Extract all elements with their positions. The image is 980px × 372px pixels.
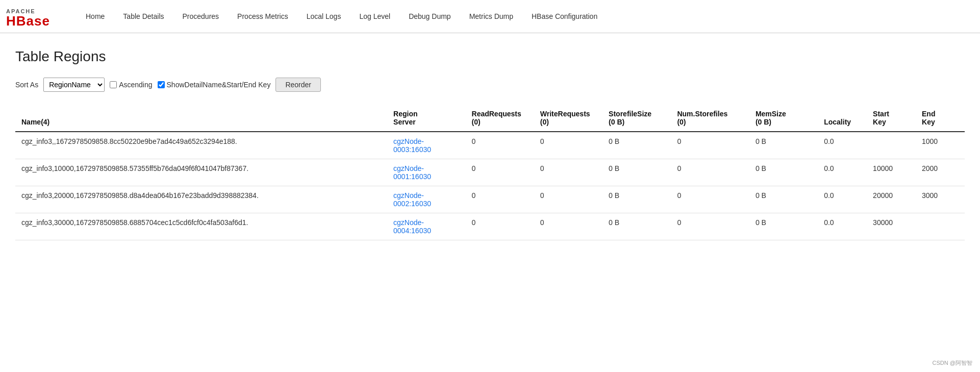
col-header-start-key: StartKey — [867, 105, 916, 132]
cell-read-requests: 0 — [466, 159, 534, 186]
region-server-link[interactable]: cgzNode-0003:16030 — [393, 137, 431, 154]
cell-write-requests: 0 — [534, 132, 602, 159]
cell-storefile-size: 0 B — [602, 159, 671, 186]
cell-end-key — [916, 213, 965, 240]
sort-as-select[interactable]: RegionName StartKey EndKey RegionServer — [43, 78, 105, 92]
svg-text:HBase: HBase — [6, 13, 50, 28]
col-header-end-key: EndKey — [916, 105, 965, 132]
cell-storefile-size: 0 B — [602, 186, 671, 213]
reorder-button[interactable]: Reorder — [275, 78, 321, 92]
region-server-link[interactable]: cgzNode-0001:16030 — [393, 164, 431, 181]
sort-as-label: Sort As — [15, 81, 38, 89]
nav-metrics-dump[interactable]: Metrics Dump — [460, 0, 522, 33]
page-title: Table Regions — [15, 48, 965, 65]
col-header-storefile-size: StorefileSize(0 B) — [602, 105, 671, 132]
region-server-link[interactable]: cgzNode-0004:16030 — [393, 218, 431, 235]
cell-memsize: 0 B — [749, 159, 818, 186]
cell-write-requests: 0 — [534, 159, 602, 186]
col-header-region-server: RegionServer — [387, 105, 465, 132]
col-header-name: Name(4) — [15, 105, 387, 132]
ascending-checkbox[interactable] — [110, 81, 117, 88]
navbar: APACHE HBase Home Table Details Procedur… — [0, 0, 980, 33]
cell-write-requests: 0 — [534, 213, 602, 240]
nav-procedures[interactable]: Procedures — [173, 0, 229, 33]
cell-num-storefiles: 0 — [671, 186, 749, 213]
cell-locality: 0.0 — [818, 186, 867, 213]
cell-memsize: 0 B — [749, 213, 818, 240]
table-row: cgz_info3,30000,1672978509858.6885704cec… — [15, 213, 965, 240]
app-logo[interactable]: APACHE HBase — [5, 5, 61, 28]
table-header-row: Name(4) RegionServer ReadRequests(0) Wri… — [15, 105, 965, 132]
nav-log-level[interactable]: Log Level — [350, 0, 399, 33]
main-content: Table Regions Sort As RegionName StartKe… — [0, 33, 980, 251]
cell-read-requests: 0 — [466, 186, 534, 213]
cell-write-requests: 0 — [534, 186, 602, 213]
cell-memsize: 0 B — [749, 186, 818, 213]
ascending-label: Ascending — [110, 81, 152, 89]
cell-end-key: 1000 — [916, 132, 965, 159]
cell-region-server: cgzNode-0001:16030 — [387, 159, 465, 186]
nav-table-details[interactable]: Table Details — [114, 0, 173, 33]
col-header-read-requests: ReadRequests(0) — [466, 105, 534, 132]
nav-debug-dump[interactable]: Debug Dump — [399, 0, 460, 33]
cell-name: cgz_info3,30000,1672978509858.6885704cec… — [15, 213, 387, 240]
col-header-write-requests: WriteRequests(0) — [534, 105, 602, 132]
table-row: cgz_info3,20000,1672978509858.d8a4dea064… — [15, 186, 965, 213]
cell-num-storefiles: 0 — [671, 213, 749, 240]
cell-memsize: 0 B — [749, 132, 818, 159]
cell-storefile-size: 0 B — [602, 132, 671, 159]
cell-num-storefiles: 0 — [671, 159, 749, 186]
cell-storefile-size: 0 B — [602, 213, 671, 240]
nav-local-logs[interactable]: Local Logs — [297, 0, 350, 33]
cell-end-key: 2000 — [916, 159, 965, 186]
cell-start-key: 10000 — [867, 159, 916, 186]
nav-home[interactable]: Home — [77, 0, 114, 33]
cell-name: cgz_info3,20000,1672978509858.d8a4dea064… — [15, 186, 387, 213]
regions-table: Name(4) RegionServer ReadRequests(0) Wri… — [15, 105, 965, 240]
cell-start-key: 30000 — [867, 213, 916, 240]
cell-region-server: cgzNode-0004:16030 — [387, 213, 465, 240]
show-detail-checkbox[interactable] — [158, 81, 165, 88]
col-header-memsize: MemSize(0 B) — [749, 105, 818, 132]
nav-process-metrics[interactable]: Process Metrics — [228, 0, 297, 33]
cell-locality: 0.0 — [818, 132, 867, 159]
col-header-num-storefiles: Num.Storefiles(0) — [671, 105, 749, 132]
cell-num-storefiles: 0 — [671, 132, 749, 159]
cell-end-key: 3000 — [916, 186, 965, 213]
cell-locality: 0.0 — [818, 159, 867, 186]
cell-locality: 0.0 — [818, 213, 867, 240]
show-detail-label: ShowDetailName&Start/End Key — [158, 81, 271, 89]
cell-name: cgz_info3,,1672978509858.8cc50220e9be7ad… — [15, 132, 387, 159]
cell-name: cgz_info3,10000,1672978509858.57355ff5b7… — [15, 159, 387, 186]
col-header-locality: Locality — [818, 105, 867, 132]
nav-links: Home Table Details Procedures Process Me… — [77, 0, 607, 33]
region-server-link[interactable]: cgzNode-0002:16030 — [393, 191, 431, 208]
cell-start-key — [867, 132, 916, 159]
cell-start-key: 20000 — [867, 186, 916, 213]
cell-read-requests: 0 — [466, 132, 534, 159]
controls-row: Sort As RegionName StartKey EndKey Regio… — [15, 78, 965, 92]
table-row: cgz_info3,,1672978509858.8cc50220e9be7ad… — [15, 132, 965, 159]
cell-region-server: cgzNode-0002:16030 — [387, 186, 465, 213]
cell-region-server: cgzNode-0003:16030 — [387, 132, 465, 159]
cell-read-requests: 0 — [466, 213, 534, 240]
table-row: cgz_info3,10000,1672978509858.57355ff5b7… — [15, 159, 965, 186]
nav-hbase-configuration[interactable]: HBase Configuration — [522, 0, 607, 33]
